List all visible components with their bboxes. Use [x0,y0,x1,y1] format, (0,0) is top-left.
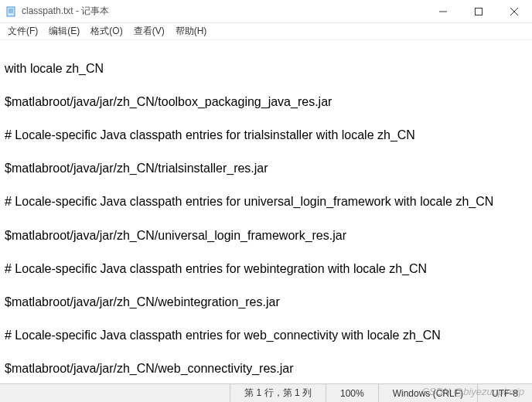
text-line: $matlabroot/java/jar/zh_CN/trialsinstall… [5,160,527,177]
text-line: $matlabroot/java/jar/zh_CN/webintegratio… [5,294,527,311]
maximize-button[interactable] [461,0,496,22]
close-button[interactable] [496,0,532,22]
text-line: $matlabroot/java/jar/zh_CN/universal_log… [5,227,527,244]
menu-view[interactable]: 查看(V) [131,25,168,38]
minimize-button[interactable] [425,0,461,22]
menu-format[interactable]: 格式(O) [87,25,125,38]
watermark: CSDN @biyezuopinvip [422,386,524,397]
text-line: $matlabroot/java/jar/zh_CN/web_connectiv… [5,360,527,377]
window-title: classpath.txt - 记事本 [22,5,425,18]
text-content[interactable]: with locale zh_CN $matlabroot/java/jar/z… [0,40,532,380]
text-line: $matlabroot/java/jar/zh_CN/toolbox_packa… [5,94,527,111]
text-line: with locale zh_CN [5,60,527,77]
menubar: 文件(F) 编辑(E) 格式(O) 查看(V) 帮助(H) [0,23,532,40]
notepad-icon [5,5,17,18]
menu-file[interactable]: 文件(F) [5,25,41,38]
status-spacer [0,384,230,402]
status-position: 第 1 行，第 1 列 [230,384,326,402]
text-line: # Locale-specific Java classpath entries… [5,327,527,344]
titlebar: classpath.txt - 记事本 [0,0,532,23]
text-line: # Locale-specific Java classpath entries… [5,193,527,210]
text-line: # Locale-specific Java classpath entries… [5,261,527,278]
svg-rect-0 [7,7,15,16]
window-controls [425,0,532,22]
menu-edit[interactable]: 编辑(E) [46,25,83,38]
status-zoom: 100% [326,384,378,402]
svg-rect-5 [476,8,483,15]
text-line: # Locale-specific Java classpath entries… [5,127,527,144]
menu-help[interactable]: 帮助(H) [172,25,210,38]
